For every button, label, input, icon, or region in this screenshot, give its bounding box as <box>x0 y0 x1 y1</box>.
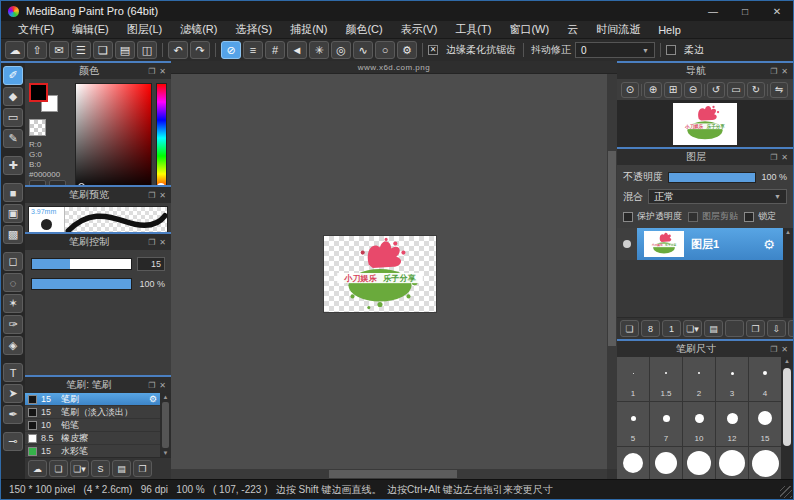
brush-size-cell[interactable]: 30 <box>683 447 715 479</box>
snap-off-icon[interactable]: ⊘ <box>221 41 241 59</box>
popout-icon[interactable]: ❐ <box>148 191 155 200</box>
layer-toolbar-button[interactable] <box>788 320 793 337</box>
rotate-reset-icon[interactable]: ▭ <box>727 82 745 98</box>
snap-radial-icon[interactable]: ✳ <box>309 41 329 59</box>
menu-item[interactable]: 云 <box>558 22 587 37</box>
tool-button[interactable] <box>5 177 21 181</box>
menu-item[interactable]: 时间流逝 <box>587 22 649 37</box>
layer-folder-icon[interactable]: ▤ <box>704 320 723 337</box>
folder-icon[interactable]: ▤ <box>112 460 131 477</box>
tool-button[interactable] <box>5 150 21 154</box>
tool-button[interactable] <box>5 357 21 361</box>
comment-list-icon[interactable]: ☰ <box>71 41 91 59</box>
soft-edge-checkbox[interactable] <box>666 45 676 55</box>
navigator-button[interactable] <box>704 84 705 96</box>
brush-size-cell[interactable]: 1 <box>617 357 649 401</box>
visibility-icon[interactable] <box>623 240 631 248</box>
menu-item[interactable]: 文件(F) <box>9 22 63 37</box>
clipping-option[interactable]: 图层剪贴 <box>688 210 738 223</box>
lock-checkbox[interactable] <box>744 212 754 222</box>
menu-item[interactable]: 工具(T) <box>446 22 500 37</box>
navigator-button[interactable] <box>641 84 642 96</box>
duplicate-brush-icon[interactable]: ❐ <box>133 460 152 477</box>
menu-item[interactable]: 滤镜(R) <box>171 22 226 37</box>
hue-slider[interactable] <box>156 83 167 185</box>
close-icon[interactable]: ✕ <box>159 381 166 390</box>
brush-size-cell[interactable]: 7 <box>650 402 682 446</box>
popout-icon[interactable]: ❐ <box>148 381 155 390</box>
scrollbar-thumb[interactable] <box>329 470 457 478</box>
popout-icon[interactable]: ❐ <box>770 345 777 354</box>
popout-icon[interactable]: ❐ <box>148 238 155 247</box>
铅笔[interactable]: 10 铅笔 ⚙ <box>25 419 160 432</box>
fill-rect-tool[interactable]: ■ <box>3 183 23 202</box>
pen-eraser-tool[interactable]: ✒ <box>3 405 23 424</box>
brush-list-scrollbar[interactable]: ▲ ▼ <box>160 393 171 457</box>
document-settings-icon[interactable]: ▤ <box>115 41 135 59</box>
menu-item[interactable]: 编辑(E) <box>63 22 118 37</box>
navigator-button[interactable] <box>767 84 768 96</box>
redo-icon[interactable]: ↷ <box>190 41 210 59</box>
layer-toolbar-button[interactable] <box>725 320 744 337</box>
new-8bit-layer-icon[interactable]: 8 <box>641 320 660 337</box>
control-point-tool[interactable]: ✎ <box>3 129 23 148</box>
close-icon[interactable]: ✕ <box>781 153 788 162</box>
new-brush-icon[interactable]: ❏ <box>49 460 68 477</box>
笔刷（淡入淡出）[interactable]: 15 笔刷（淡入淡出） ⚙ <box>25 406 160 419</box>
select-pen-tool[interactable]: ✑ <box>3 315 23 334</box>
brush-size-cell[interactable]: 12 <box>716 402 748 446</box>
brush-size-cell[interactable]: 5 <box>617 402 649 446</box>
cloud-icon[interactable]: ☁ <box>5 41 25 59</box>
笔刷[interactable]: 15 笔刷 ⚙ <box>25 393 160 406</box>
resize-grip[interactable] <box>780 486 792 498</box>
lock-option[interactable]: 锁定 <box>744 210 776 223</box>
scrollbar-thumb[interactable] <box>783 368 791 446</box>
new-brush-menu-icon[interactable]: ❏▾ <box>70 460 89 477</box>
menu-item[interactable]: 捕捉(N) <box>281 22 336 37</box>
tool-button[interactable] <box>5 246 21 250</box>
operation-tool[interactable]: ➤ <box>3 384 23 403</box>
gradient-tool[interactable]: ▩ <box>3 225 23 244</box>
protect-alpha-option[interactable]: 保护透明度 <box>623 210 682 223</box>
scroll-down-icon[interactable]: ▼ <box>163 449 169 457</box>
close-icon[interactable]: ✕ <box>781 67 788 76</box>
zoom-reset-icon[interactable]: ⊙ <box>621 82 639 98</box>
canvas-image[interactable]: 小刀娱乐 乐子分享 <box>324 236 436 312</box>
new-layer-icon[interactable]: ❏ <box>620 320 639 337</box>
brush-size-cell[interactable]: 2 <box>683 357 715 401</box>
zoom-out-icon[interactable]: ⊖ <box>684 82 702 98</box>
menu-item[interactable]: 窗口(W) <box>500 22 558 37</box>
close-icon[interactable]: ✕ <box>781 345 788 354</box>
tool-button[interactable] <box>5 426 21 430</box>
menu-item[interactable]: Help <box>649 24 690 36</box>
popout-icon[interactable]: ❐ <box>770 67 777 76</box>
snap-settings-icon[interactable]: ⚙ <box>397 41 417 59</box>
duplicate-layer-icon[interactable]: ❐ <box>746 320 765 337</box>
protect-alpha-checkbox[interactable] <box>623 212 633 222</box>
snap-concentric-icon[interactable]: ◎ <box>331 41 351 59</box>
menu-item[interactable]: 选择(S) <box>226 22 281 37</box>
snap-curve-icon[interactable]: ∿ <box>353 41 373 59</box>
layer-visibility-cell[interactable] <box>617 228 637 260</box>
popout-icon[interactable]: ❐ <box>148 67 155 76</box>
scroll-up-icon[interactable]: ▲ <box>784 357 790 366</box>
scrollbar-thumb[interactable] <box>162 402 169 448</box>
figure-tool[interactable]: ▭ <box>3 108 23 127</box>
close-button[interactable]: ✕ <box>761 1 793 21</box>
move-tool[interactable]: ✚ <box>3 156 23 175</box>
add-layer-menu-icon[interactable]: ❏▾ <box>683 320 702 337</box>
snap-ellipse-icon[interactable]: ○ <box>375 41 395 59</box>
snap-vanishing-icon[interactable]: ◄ <box>287 41 307 59</box>
foreground-color-swatch[interactable] <box>29 83 48 102</box>
gear-icon[interactable]: ⚙ <box>763 237 775 252</box>
tile-edit-icon[interactable]: ◫ <box>137 41 157 59</box>
transparent-color-swatch[interactable] <box>29 119 46 136</box>
maximize-button[interactable]: □ <box>729 1 761 21</box>
gear-icon[interactable]: ⚙ <box>149 394 157 404</box>
brush-size-slider[interactable] <box>31 258 132 270</box>
canvas-vertical-scrollbar[interactable] <box>607 74 617 469</box>
antialias-checkbox[interactable] <box>428 45 438 55</box>
brush-tool[interactable]: ✐ <box>3 66 23 85</box>
canvas-horizontal-scrollbar[interactable] <box>171 469 607 479</box>
brush-size-cell[interactable]: 50 <box>749 447 781 479</box>
